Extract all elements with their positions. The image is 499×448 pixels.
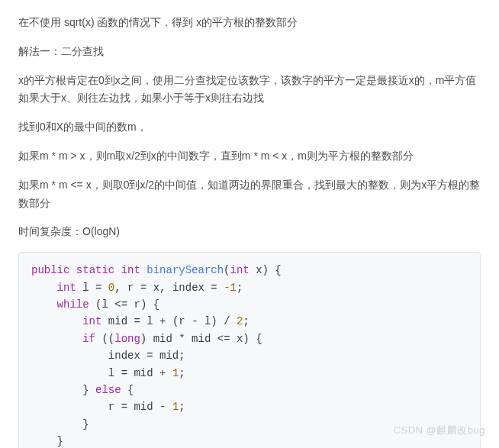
complexity-paragraph: 时间复杂度：O(logN) [18, 223, 481, 241]
explanation-paragraph-1: x的平方根肯定在0到x之间，使用二分查找定位该数字，该数字的平方一定是最接近x的… [18, 72, 481, 108]
explanation-paragraph-4: 如果m * m <= x，则取0到x/2的中间值，知道两边的界限重合，找到最大的… [18, 176, 481, 213]
intro-paragraph: 在不使用 sqrt(x) 函数的情况下，得到 x的平方根的整数部分 [18, 14, 481, 32]
code-block: public static int binarySearch(int x) { … [18, 252, 481, 448]
explanation-paragraph-3: 如果m * m > x，则m取x/2到x的中间数字，直到m * m < x，m则… [18, 147, 481, 166]
watermark: CSDN @麒麟改bug [394, 422, 485, 439]
solution1-heading: 解法一：二分查找 [18, 43, 481, 61]
explanation-paragraph-2: 找到0和X的最中间的数m， [18, 118, 481, 137]
